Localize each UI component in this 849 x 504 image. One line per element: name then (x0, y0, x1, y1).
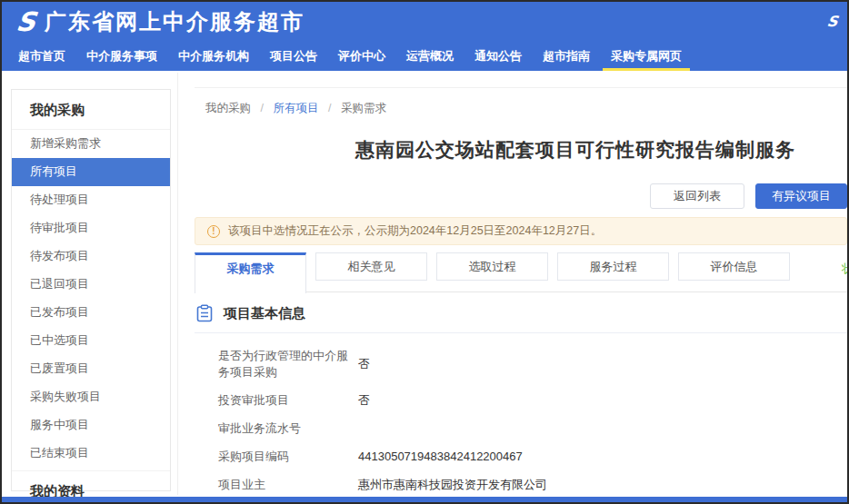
sidebar-section-my-procurement: 我的采购 (12, 90, 170, 130)
page-title: 惠南园公交场站配套项目可行性研究报告编制服务 (195, 137, 847, 163)
nav-item-project-announcements[interactable]: 项目公告 (270, 42, 317, 71)
nav-item-guide[interactable]: 超市指南 (543, 42, 590, 71)
tab-evaluation-info[interactable]: 评价信息 (678, 252, 790, 281)
breadcrumb-procurement-demand: 采购需求 (341, 102, 386, 114)
nav-item-home[interactable]: 超市首页 (18, 42, 65, 71)
breadcrumb-my-procurement[interactable]: 我的采购 (205, 102, 251, 114)
breadcrumb-separator: / (328, 102, 331, 114)
main-content: 我的采购 / 所有项目 / 采购需求 惠南园公交场站配套项目可行性研究报告编制服… (178, 71, 847, 495)
field-value: 惠州市惠南科技园投资开发有限公司 (358, 477, 547, 493)
field-label: 审批业务流水号 (218, 420, 356, 437)
breadcrumb: 我的采购 / 所有项目 / 采购需求 (205, 101, 847, 116)
site-title[interactable]: 广东省网上中介服务超市 (45, 7, 305, 36)
back-to-list-button[interactable]: 返回列表 (650, 183, 744, 209)
bottom-blue-bar (2, 497, 847, 502)
sidebar: 我的采购 新增采购需求 所有项目 待处理项目 待审批项目 待发布项目 已退回项目… (11, 89, 171, 491)
status-label-clipped: 状 (842, 261, 847, 277)
field-label: 是否为行政管理的中介服务项目采购 (218, 348, 356, 380)
field-row-project-owner: 项目业主 惠州市惠南科技园投资开发有限公司 (218, 477, 847, 493)
sidebar-item-finished[interactable]: 已结束项目 (12, 440, 170, 468)
sidebar-item-pending-publish[interactable]: 待发布项目 (12, 242, 170, 271)
corner-logo-icon: S (826, 13, 839, 30)
field-label: 投资审批项目 (218, 392, 356, 409)
sidebar-item-new-procurement[interactable]: 新增采购需求 (12, 130, 170, 158)
field-value: 4413050719483842412200467 (358, 449, 523, 465)
warning-icon: ! (207, 225, 220, 238)
nav-item-notices[interactable]: 通知公告 (474, 42, 522, 71)
main-nav: 超市首页 中介服务事项 中介服务机构 项目公告 评价中心 运营概况 通知公告 超… (2, 42, 847, 71)
sidebar-item-discarded[interactable]: 已废置项目 (12, 355, 170, 383)
nav-item-purchaser-page[interactable]: 采购专属网页 (611, 42, 682, 71)
nav-item-evaluation-center[interactable]: 评价中心 (338, 42, 385, 71)
field-row-approval-serial-number: 审批业务流水号 (218, 420, 847, 437)
field-label: 采购项目编码 (218, 449, 356, 465)
section-divider (195, 332, 847, 333)
tab-service-process[interactable]: 服务过程 (557, 252, 669, 281)
project-basic-info-fields: 是否为行政管理的中介服务项目采购 否 投资审批项目 否 审批业务流水号 采购项目… (195, 348, 847, 493)
sidebar-item-published[interactable]: 已发布项目 (12, 299, 170, 327)
section-header-basic-info: 项目基本信息 (195, 304, 847, 322)
nav-item-operations-overview[interactable]: 运营概况 (406, 42, 454, 71)
dispute-project-button[interactable]: 有异议项目 (755, 183, 847, 209)
main-card: 我的采购 / 所有项目 / 采购需求 惠南园公交场站配套项目可行性研究报告编制服… (195, 87, 847, 493)
field-row-admin-service: 是否为行政管理的中介服务项目采购 否 (218, 348, 847, 380)
nav-item-service-items[interactable]: 中介服务事项 (86, 42, 157, 71)
sidebar-item-pending[interactable]: 待处理项目 (12, 186, 170, 214)
detail-tabs: 采购需求 相关意见 选取过程 服务过程 评价信息 状 (195, 252, 847, 292)
field-value: 否 (358, 356, 370, 372)
nav-item-service-agencies[interactable]: 中介服务机构 (178, 42, 249, 71)
clipboard-icon (196, 304, 213, 322)
section-title: 项目基本信息 (224, 305, 305, 322)
app-header: S 广东省网上中介服务超市 S (2, 2, 847, 42)
action-buttons: 返回列表 有异议项目 (195, 183, 847, 209)
publicity-notice-banner: ! 该项目中选情况正在公示，公示期为2024年12月25日至2024年12月27… (195, 217, 847, 245)
brand-logo-icon[interactable]: S (15, 9, 37, 35)
sidebar-item-winner-selected[interactable]: 已中选项目 (12, 327, 170, 355)
field-row-procurement-project-code: 采购项目编码 4413050719483842412200467 (218, 449, 847, 465)
notice-text: 该项目中选情况正在公示，公示期为2024年12月25日至2024年12月27日。 (228, 223, 602, 239)
field-value: 否 (358, 392, 370, 409)
breadcrumb-separator: / (260, 102, 263, 114)
sidebar-item-failed[interactable]: 采购失败项目 (12, 383, 170, 411)
app-window: S 广东省网上中介服务超市 S 超市首页 中介服务事项 中介服务机构 项目公告 … (0, 0, 849, 504)
field-row-investment-approval: 投资审批项目 否 (218, 392, 847, 409)
tab-procurement-demand[interactable]: 采购需求 (195, 252, 306, 293)
breadcrumb-all-projects[interactable]: 所有项目 (273, 102, 318, 114)
sidebar-item-returned[interactable]: 已退回项目 (12, 271, 170, 299)
sidebar-item-all-projects[interactable]: 所有项目 (12, 158, 170, 186)
tab-related-opinions[interactable]: 相关意见 (315, 252, 427, 281)
field-label: 项目业主 (218, 477, 356, 493)
sidebar-item-in-service[interactable]: 服务中项目 (12, 411, 170, 440)
tab-selection-process[interactable]: 选取过程 (436, 252, 548, 281)
sidebar-item-pending-approval[interactable]: 待审批项目 (12, 214, 170, 242)
